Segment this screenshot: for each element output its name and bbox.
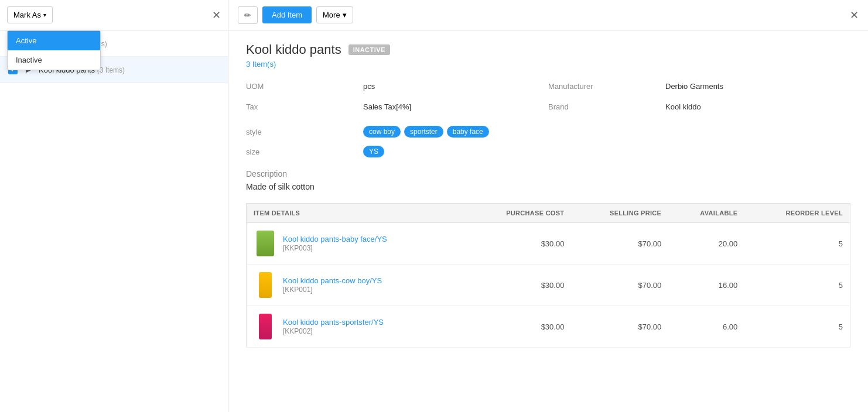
description-text: Made of silk cotton — [246, 182, 850, 191]
details-grid: UOM pcs Manufacturer Derbio Garments Tax… — [246, 79, 850, 114]
size-label: size — [246, 145, 363, 156]
row1-sku: [KKP003] — [283, 244, 313, 252]
row1-item-details: Kool kiddo pants-baby face/YS [KKP003] — [254, 229, 457, 258]
more-button[interactable]: More ▾ — [316, 6, 353, 23]
row1-selling-price: $70.00 — [571, 223, 668, 265]
style-row: style cow boy sportster baby face — [246, 125, 850, 139]
col-purchase-cost: PURCHASE COST — [464, 204, 571, 223]
row1-name-container: Kool kiddo pants-baby face/YS [KKP003] — [283, 235, 387, 252]
row2-details: Kool kiddo pants-cow boy/YS [KKP001] — [247, 265, 465, 306]
size-tags: YS — [363, 145, 384, 159]
left-toolbar: Mark As ▾ ✕ — [0, 0, 228, 30]
row3-item-details: Kool kiddo pants-sportster/YS [KKP002] — [254, 312, 457, 341]
uom-label: UOM — [246, 79, 363, 94]
row2-name-link[interactable]: Kool kiddo pants-cow boy/YS — [283, 276, 382, 285]
row3-name-link[interactable]: Kool kiddo pants-sportster/YS — [283, 318, 384, 327]
right-content: Kool kiddo pants INACTIVE 3 Item(s) UOM … — [228, 30, 868, 412]
item-title: Kool kiddo pants — [246, 42, 341, 57]
table-body: Kool kiddo pants-baby face/YS [KKP003] $… — [247, 223, 850, 348]
style-tag-sportster: sportster — [404, 126, 443, 138]
row3-selling-price: $70.00 — [571, 306, 668, 348]
row2-item-details: Kool kiddo pants-cow boy/YS [KKP001] — [254, 270, 457, 300]
size-row: size YS — [246, 145, 850, 159]
table-row: Kool kiddo pants-sportster/YS [KKP002] $… — [247, 306, 850, 348]
item-header: Kool kiddo pants INACTIVE — [246, 42, 850, 57]
col-available: AVAILABLE — [668, 204, 744, 223]
app-container: Mark As ▾ ✕ Active Inactive ▶ Teddy Bear… — [0, 0, 868, 412]
add-item-button[interactable]: Add Item — [262, 6, 312, 23]
table-row: Kool kiddo pants-baby face/YS [KKP003] $… — [247, 223, 850, 265]
row1-purchase-cost: $30.00 — [464, 223, 571, 265]
col-reorder-level: REORDER LEVEL — [744, 204, 850, 223]
row1-name-link[interactable]: Kool kiddo pants-baby face/YS — [283, 235, 387, 243]
manufacturer-label: Manufacturer — [548, 79, 665, 94]
caret-icon: ▾ — [43, 12, 46, 18]
edit-button[interactable]: ✏ — [238, 6, 258, 24]
row1-reorder-level: 5 — [744, 223, 850, 265]
row2-selling-price: $70.00 — [571, 265, 668, 306]
mark-as-label: Mark As — [13, 11, 41, 19]
mark-as-button[interactable]: Mark As ▾ — [7, 6, 53, 23]
brand-label: Brand — [548, 99, 665, 114]
kool-kiddo-count: (3 Items) — [97, 66, 125, 74]
more-label: More — [323, 11, 340, 19]
row1-details: Kool kiddo pants-baby face/YS [KKP003] — [247, 223, 465, 265]
col-selling-price: SELLING PRICE — [571, 204, 668, 223]
style-tag-babyface: baby face — [447, 126, 489, 138]
left-panel: Mark As ▾ ✕ Active Inactive ▶ Teddy Bear… — [0, 0, 228, 412]
row3-thumb — [254, 312, 277, 341]
row3-sku: [KKP002] — [283, 327, 313, 335]
row3-purchase-cost: $30.00 — [464, 306, 571, 348]
manufacturer-value: Derbio Garments — [665, 79, 850, 94]
item-list: ▶ Teddy Bear (1 Items) ▶ Kool kiddo pant… — [0, 30, 228, 412]
row3-reorder-level: 5 — [744, 306, 850, 348]
right-toolbar: ✏ Add Item More ▾ ✕ — [228, 0, 868, 30]
style-label: style — [246, 125, 363, 136]
tax-value: Sales Tax[4%] — [363, 99, 548, 114]
row2-available: 16.00 — [668, 265, 744, 306]
row1-available: 20.00 — [668, 223, 744, 265]
table-header-row: ITEM DETAILS PURCHASE COST SELLING PRICE… — [247, 204, 850, 223]
row3-details: Kool kiddo pants-sportster/YS [KKP002] — [247, 306, 465, 348]
brand-value: Kool kiddo — [665, 99, 850, 114]
row1-thumb — [254, 229, 277, 258]
status-badge: INACTIVE — [348, 44, 390, 55]
item-count-label: 3 Item(s) — [246, 60, 850, 68]
style-tags: cow boy sportster baby face — [363, 125, 489, 139]
tax-label: Tax — [246, 99, 363, 114]
row2-name-container: Kool kiddo pants-cow boy/YS [KKP001] — [283, 276, 382, 294]
table-row: Kool kiddo pants-cow boy/YS [KKP001] $30… — [247, 265, 850, 306]
close-right-button[interactable]: ✕ — [850, 9, 859, 22]
row2-purchase-cost: $30.00 — [464, 265, 571, 306]
uom-value: pcs — [363, 79, 548, 94]
description-section: Description Made of silk cotton — [246, 169, 850, 191]
items-table: ITEM DETAILS PURCHASE COST SELLING PRICE… — [246, 203, 850, 348]
dropdown-item-inactive[interactable]: Inactive — [8, 50, 100, 70]
more-caret-icon: ▾ — [343, 11, 347, 19]
row3-name-container: Kool kiddo pants-sportster/YS [KKP002] — [283, 318, 384, 335]
close-left-button[interactable]: ✕ — [212, 10, 221, 20]
row2-sku: [KKP001] — [283, 286, 313, 294]
row3-available: 6.00 — [668, 306, 744, 348]
col-item-details: ITEM DETAILS — [247, 204, 465, 223]
row2-thumb — [254, 270, 277, 300]
dropdown-item-active[interactable]: Active — [8, 31, 100, 50]
row2-reorder-level: 5 — [744, 265, 850, 306]
mark-as-dropdown: Active Inactive — [7, 30, 101, 70]
size-tag-ys: YS — [363, 146, 384, 157]
description-heading: Description — [246, 169, 850, 178]
style-tag-cowboy: cow boy — [363, 126, 401, 138]
right-panel: ✏ Add Item More ▾ ✕ Kool kiddo pants INA… — [228, 0, 868, 412]
